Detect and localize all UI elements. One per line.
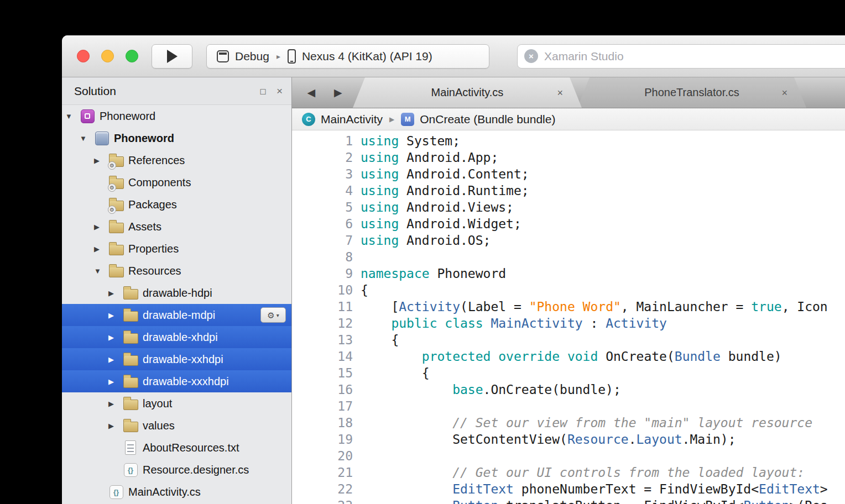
breadcrumb-member[interactable]: OnCreate (Bundle bundle) xyxy=(420,113,555,126)
tree-item-drawable-hdpi[interactable]: ▶drawable-hdpi xyxy=(62,282,291,304)
tree-item-mainactivity-cs[interactable]: {}MainActivity.cs xyxy=(62,481,291,503)
code-lines[interactable]: 1using System;2using Android.App;3using … xyxy=(292,130,845,504)
disclosure-closed-icon[interactable]: ▶ xyxy=(108,400,122,408)
tab-mainactivity-cs[interactable]: MainActivity.cs× xyxy=(353,77,582,108)
disclosure-closed-icon[interactable]: ▶ xyxy=(108,311,122,319)
disclosure-open-icon[interactable]: ▼ xyxy=(80,134,93,143)
close-tab-icon[interactable]: × xyxy=(781,87,787,98)
tree-item-phoneword[interactable]: ▼Phoneword xyxy=(62,127,291,149)
code-line[interactable]: 8 xyxy=(292,249,845,265)
code-line[interactable]: 9namespace Phoneword xyxy=(292,265,845,282)
line-number[interactable]: 21 xyxy=(292,464,361,481)
disclosure-closed-icon[interactable]: ▶ xyxy=(94,156,108,165)
tree-item-label: drawable-mdpi xyxy=(143,309,215,322)
tree-item-packages[interactable]: ⚙Packages xyxy=(62,193,291,216)
code-line[interactable]: 22 EditText phoneNumberText = FindViewBy… xyxy=(292,481,845,497)
breadcrumb-class[interactable]: MainActivity xyxy=(321,113,383,126)
line-number[interactable]: 12 xyxy=(292,315,361,332)
close-window-button[interactable] xyxy=(77,50,90,62)
line-number[interactable]: 22 xyxy=(292,481,361,497)
tree-item-values[interactable]: ▶values xyxy=(62,414,291,437)
code-line[interactable]: 12 public class MainActivity : Activity xyxy=(292,315,845,332)
tree-item-layout[interactable]: ▶layout xyxy=(62,392,291,414)
editor-area: ◀ ▶ MainActivity.cs×PhoneTranslator.cs× … xyxy=(292,77,845,504)
code-line[interactable]: 15 { xyxy=(292,365,845,381)
line-number[interactable]: 20 xyxy=(292,448,361,464)
tree-item-resources[interactable]: ▼Resources xyxy=(62,260,291,282)
minimize-window-button[interactable] xyxy=(101,50,114,62)
code-line[interactable]: 2using Android.App; xyxy=(292,149,845,166)
line-number[interactable]: 17 xyxy=(292,398,361,414)
navigate-forward-icon[interactable]: ▶ xyxy=(334,86,342,99)
line-number[interactable]: 19 xyxy=(292,431,361,448)
line-number[interactable]: 13 xyxy=(292,332,361,348)
line-number[interactable]: 16 xyxy=(292,381,361,398)
code-line[interactable]: 5using Android.Views; xyxy=(292,199,845,216)
line-number[interactable]: 2 xyxy=(292,149,361,166)
line-number[interactable]: 14 xyxy=(292,348,361,365)
line-number[interactable]: 4 xyxy=(292,182,361,199)
code-line[interactable]: 6using Android.Widget; xyxy=(292,216,845,232)
tree-item-components[interactable]: ⚙Components xyxy=(62,171,291,193)
tree-item-drawable-xxhdpi[interactable]: ▶drawable-xxhdpi xyxy=(62,348,291,370)
line-number[interactable]: 5 xyxy=(292,199,361,216)
code-line[interactable]: 7using Android.OS; xyxy=(292,232,845,249)
search-field[interactable]: × Xamarin Studio xyxy=(517,44,845,69)
disclosure-closed-icon[interactable]: ▶ xyxy=(108,355,122,364)
code-text: using Android.Runtime; xyxy=(361,182,529,199)
target-selector[interactable]: Debug ▸ Nexus 4 (KitKat) (API 19) xyxy=(206,44,489,69)
line-number[interactable]: 8 xyxy=(292,249,361,265)
tree-item-drawable-xhdpi[interactable]: ▶drawable-xhdpi xyxy=(62,326,291,348)
code-line[interactable]: 19 SetContentView(Resource.Layout.Main); xyxy=(292,431,845,448)
zoom-window-button[interactable] xyxy=(126,50,138,62)
line-number[interactable]: 3 xyxy=(292,166,361,182)
disclosure-closed-icon[interactable]: ▶ xyxy=(108,333,122,342)
dock-pad-icon[interactable]: ◻ xyxy=(259,86,266,96)
line-number[interactable]: 11 xyxy=(292,298,361,315)
code-line[interactable]: 13 { xyxy=(292,332,845,348)
code-line[interactable]: 23 Button translateButton = FindViewById… xyxy=(292,497,845,504)
disclosure-open-icon[interactable]: ▼ xyxy=(94,267,108,275)
tree-item-resource-designer-cs[interactable]: {}Resource.designer.cs xyxy=(62,459,291,481)
line-number[interactable]: 10 xyxy=(292,282,361,298)
tree-item-aboutresources-txt[interactable]: AboutResources.txt xyxy=(62,437,291,459)
tree-item-references[interactable]: ▶⚙References xyxy=(62,149,291,171)
line-number[interactable]: 23 xyxy=(292,497,361,504)
code-line[interactable]: 20 xyxy=(292,448,845,464)
code-line[interactable]: 14 protected override void OnCreate(Bund… xyxy=(292,348,845,365)
code-text: protected override void OnCreate(Bundle … xyxy=(361,348,782,365)
disclosure-open-icon[interactable]: ▼ xyxy=(65,112,79,120)
tree-item-drawable-xxxhdpi[interactable]: ▶drawable-xxxhdpi xyxy=(62,370,291,392)
tab-phonetranslator-cs[interactable]: PhoneTranslator.cs× xyxy=(577,77,806,108)
close-pad-icon[interactable]: × xyxy=(277,85,283,97)
navigate-back-icon[interactable]: ◀ xyxy=(307,86,315,99)
code-line[interactable]: 1using System; xyxy=(292,133,845,149)
tree-item-label: References xyxy=(128,154,185,167)
tree-item-drawable-mdpi[interactable]: ▶drawable-mdpi⚙▾ xyxy=(62,304,291,326)
code-line[interactable]: 17 xyxy=(292,398,845,414)
folder-options-button[interactable]: ⚙▾ xyxy=(260,307,286,323)
line-number[interactable]: 7 xyxy=(292,232,361,249)
tree-item-phoneword[interactable]: ▼Phoneword xyxy=(62,105,291,127)
disclosure-closed-icon[interactable]: ▶ xyxy=(108,289,122,297)
code-line[interactable]: 3using Android.Content; xyxy=(292,166,845,182)
tree-item-properties[interactable]: ▶Properties xyxy=(62,238,291,260)
disclosure-closed-icon[interactable]: ▶ xyxy=(108,422,122,430)
line-number[interactable]: 6 xyxy=(292,216,361,232)
disclosure-closed-icon[interactable]: ▶ xyxy=(108,377,122,386)
code-line[interactable]: 18 // Set our view from the "main" layou… xyxy=(292,414,845,431)
run-button[interactable] xyxy=(152,44,192,69)
line-number[interactable]: 15 xyxy=(292,365,361,381)
code-line[interactable]: 11 [Activity(Label = "Phone Word", MainL… xyxy=(292,298,845,315)
line-number[interactable]: 9 xyxy=(292,265,361,282)
disclosure-closed-icon[interactable]: ▶ xyxy=(94,245,108,253)
line-number[interactable]: 18 xyxy=(292,414,361,431)
code-line[interactable]: 16 base.OnCreate(bundle); xyxy=(292,381,845,398)
code-line[interactable]: 21 // Get our UI controls from the loade… xyxy=(292,464,845,481)
disclosure-closed-icon[interactable]: ▶ xyxy=(94,223,108,231)
tree-item-assets[interactable]: ▶Assets xyxy=(62,216,291,238)
code-line[interactable]: 4using Android.Runtime; xyxy=(292,182,845,199)
code-line[interactable]: 10{ xyxy=(292,282,845,298)
close-tab-icon[interactable]: × xyxy=(557,87,563,98)
line-number[interactable]: 1 xyxy=(292,133,361,149)
